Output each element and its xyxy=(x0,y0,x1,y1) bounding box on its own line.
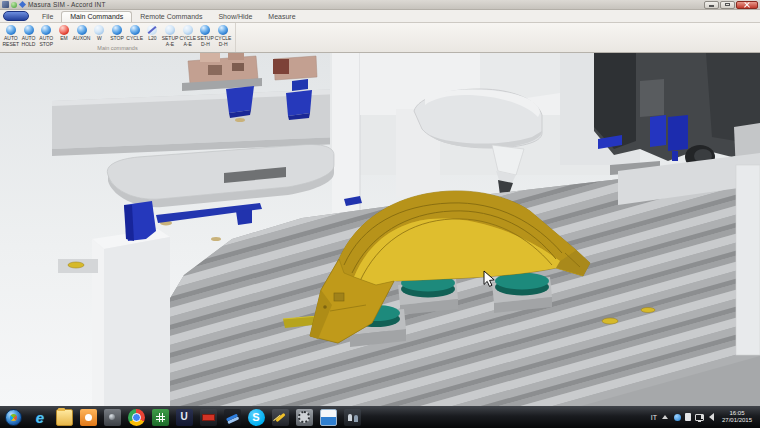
settings-icon[interactable] xyxy=(296,409,313,426)
ribbon: AUTO RESET AUTO HOLD AUTO STOP EM AUXON … xyxy=(0,23,760,53)
tab-file[interactable]: File xyxy=(34,12,61,22)
stop-button[interactable]: STOP xyxy=(108,24,126,45)
auto-stop-button[interactable]: AUTO STOP xyxy=(37,24,55,45)
pale-sphere-icon xyxy=(183,25,193,35)
sphere-icon xyxy=(24,25,34,35)
clock-date: 27/01/2015 xyxy=(722,417,752,425)
tools-icon[interactable] xyxy=(272,409,289,426)
pencil-sphere-icon xyxy=(147,25,157,35)
internet-explorer-icon[interactable]: e xyxy=(32,409,49,426)
app-dark-icon[interactable]: U xyxy=(176,409,193,426)
setup-ae-button[interactable]: SETUP A-E xyxy=(161,24,179,45)
language-indicator[interactable]: IT xyxy=(651,414,657,421)
cycle-dh-button[interactable]: CYCLE D-H xyxy=(214,24,232,45)
sphere-icon xyxy=(200,25,210,35)
clock-time: 16:05 xyxy=(722,410,752,418)
app-blue-icon[interactable] xyxy=(224,409,241,426)
clock[interactable]: 16:05 27/01/2015 xyxy=(720,410,758,425)
start-button[interactable] xyxy=(5,409,22,426)
maximize-button[interactable] xyxy=(720,1,735,9)
quick-access-globe-icon[interactable] xyxy=(11,2,17,8)
red-sphere-icon xyxy=(59,25,69,35)
screen: Masura SIM - Accord INT File Main Comman… xyxy=(0,0,760,428)
camera-icon[interactable] xyxy=(104,409,121,426)
tray-app-icon[interactable] xyxy=(674,414,681,421)
machine-base-left xyxy=(92,229,170,406)
machine-simulation-scene xyxy=(0,53,760,406)
skype-icon[interactable]: S xyxy=(248,409,265,426)
pale-sphere-icon xyxy=(165,25,175,35)
volume-icon[interactable] xyxy=(709,413,714,421)
system-tray: IT 16:05 27/01/2015 xyxy=(651,410,758,425)
chrome-icon[interactable] xyxy=(128,409,145,426)
sphere-icon xyxy=(130,25,140,35)
cycle-button[interactable]: CYCLE xyxy=(126,24,144,45)
quick-access-star-icon[interactable] xyxy=(19,1,26,8)
media-player-icon[interactable] xyxy=(80,409,97,426)
auto-hold-button[interactable]: AUTO HOLD xyxy=(20,24,38,45)
tab-show-hide[interactable]: Show/Hide xyxy=(210,12,260,22)
cycle-ae-button[interactable]: CYCLE A-E xyxy=(179,24,197,45)
sphere-icon xyxy=(112,25,122,35)
auxon-button[interactable]: AUXON xyxy=(73,24,91,45)
w-button[interactable]: W xyxy=(90,24,108,45)
spreadsheet-icon[interactable] xyxy=(152,409,169,426)
application-menu-orb[interactable] xyxy=(3,11,29,21)
l20-button[interactable]: L20 xyxy=(144,24,162,45)
sphere-icon xyxy=(77,25,87,35)
tab-remote-commands[interactable]: Remote Commands xyxy=(132,12,210,22)
app-icon xyxy=(2,1,9,8)
close-button[interactable] xyxy=(736,1,758,9)
show-hidden-icons-icon[interactable] xyxy=(662,415,668,419)
app-red-icon[interactable] xyxy=(200,409,217,426)
em-button[interactable]: EM xyxy=(55,24,73,45)
ribbon-tab-row: File Main Commands Remote Commands Show/… xyxy=(0,10,760,23)
tray-status-icon[interactable] xyxy=(685,413,691,421)
tab-main-commands[interactable]: Main Commands xyxy=(61,11,132,22)
right-column xyxy=(736,165,760,355)
sphere-icon xyxy=(6,25,16,35)
sphere-icon xyxy=(218,25,228,35)
title-bar: Masura SIM - Accord INT xyxy=(0,0,760,10)
paint-icon[interactable] xyxy=(320,409,337,426)
setup-dh-button[interactable]: SETUP D-H xyxy=(197,24,215,45)
main-commands-group: AUTO RESET AUTO HOLD AUTO STOP EM AUXON … xyxy=(0,23,236,52)
users-icon[interactable] xyxy=(344,409,361,426)
window-title: Masura SIM - Accord INT xyxy=(28,1,106,8)
pale-sphere-icon xyxy=(94,25,104,35)
sphere-icon xyxy=(41,25,51,35)
tab-measure[interactable]: Measure xyxy=(260,12,303,22)
auto-reset-button[interactable]: AUTO RESET xyxy=(2,24,20,45)
group-caption: Main commands xyxy=(0,45,235,51)
file-explorer-icon[interactable] xyxy=(56,409,73,426)
viewport-3d[interactable] xyxy=(0,53,760,406)
taskbar: e U S IT 16:05 27/01/2015 xyxy=(0,406,760,428)
minimize-button[interactable] xyxy=(704,1,719,9)
